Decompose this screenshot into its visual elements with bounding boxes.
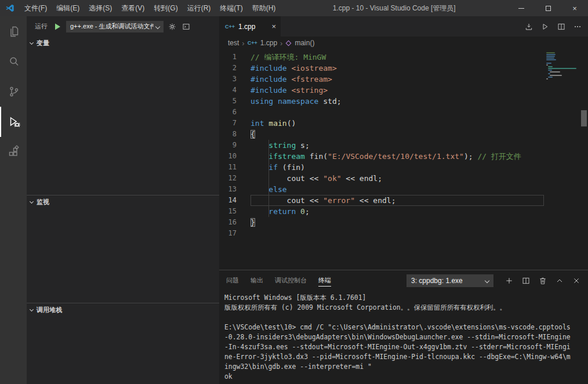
tab-debug-console[interactable]: 调试控制台 — [275, 276, 307, 285]
activity-run-and-debug[interactable] — [0, 107, 27, 137]
code-line-5[interactable]: 5using namespace std; — [219, 96, 588, 107]
chevron-down-icon — [30, 307, 34, 311]
code-line-17[interactable]: 17 — [219, 228, 588, 239]
minimap[interactable] — [546, 52, 580, 81]
close-button[interactable]: × — [561, 0, 588, 16]
run-file-button[interactable] — [540, 22, 550, 31]
menu-view[interactable]: 查看(V) — [117, 0, 149, 16]
tab-terminal[interactable]: 终端 — [318, 276, 331, 285]
line-number: 13 — [219, 184, 237, 195]
split-terminal-button[interactable] — [521, 276, 531, 285]
tab-output[interactable]: 输出 — [251, 276, 263, 285]
more-actions-button[interactable] — [573, 22, 582, 31]
breadcrumb-file[interactable]: 1.cpp — [260, 39, 277, 47]
debug-config-dropdown[interactable]: g++.exe - 生成和调试活动文件 — [66, 21, 164, 32]
open-debug-console-button[interactable] — [181, 21, 191, 32]
breadcrumb-folder[interactable]: test — [228, 39, 239, 47]
run-icon — [540, 22, 550, 31]
maximize-panel-icon — [555, 276, 564, 285]
tab-1cpp[interactable]: C++ 1.cpp × — [219, 16, 281, 37]
code-content: #include <fstream> — [251, 74, 544, 85]
terminal-instance-value: 3: cppdbg: 1.exe — [411, 277, 463, 285]
code-line-2[interactable]: 2#include <iostream> — [219, 63, 588, 74]
new-terminal-button[interactable] — [504, 276, 514, 285]
activity-search[interactable] — [0, 46, 27, 77]
breadcrumb: test › C++ 1.cpp › main() — [219, 37, 588, 49]
code-editor[interactable]: 1// 编译环境: MinGW2#include <iostream>3#inc… — [219, 49, 588, 270]
vscode-logo-icon — [0, 0, 20, 16]
section-call-stack: 调用堆栈 — [27, 303, 219, 384]
code-content: #include <iostream> — [251, 63, 544, 74]
line-number: 1 — [219, 52, 237, 63]
menu-selection[interactable]: 选择(S) — [84, 0, 117, 16]
terminal-instance-dropdown[interactable]: 3: cppdbg: 1.exe — [406, 274, 493, 287]
code-content: if (fin) — [251, 162, 544, 173]
menu-help[interactable]: 帮助(H) — [248, 0, 281, 16]
menu-goto[interactable]: 转到(G) — [149, 0, 182, 16]
terminal-line: -In-4szuf3sa.ees --stdout=Microsoft-MIEn… — [224, 342, 583, 352]
activity-explorer[interactable] — [0, 16, 27, 46]
code-line-6[interactable]: 6 — [219, 107, 588, 118]
line-number: 12 — [219, 173, 237, 184]
editor-scrollbar[interactable] — [580, 49, 588, 270]
line-number: 8 — [219, 129, 237, 140]
code-line-4[interactable]: 4#include <string> — [219, 85, 588, 96]
download-button[interactable] — [524, 22, 533, 31]
panel-header: 问题 输出 调试控制台 终端 3: cppdbg: 1.exe — [219, 270, 588, 291]
menu-terminal[interactable]: 终端(T) — [215, 0, 247, 16]
line-number: 17 — [219, 228, 237, 239]
line-number: 2 — [219, 63, 237, 74]
kill-terminal-button[interactable] — [538, 276, 547, 285]
terminal-line: ok — [224, 372, 583, 382]
activity-source-control[interactable] — [0, 77, 27, 107]
code-line-16[interactable]: 16} — [219, 217, 588, 228]
code-line-9[interactable]: 9 string s; — [219, 140, 588, 151]
section-watch: 监视 — [27, 195, 219, 303]
code-line-8[interactable]: 8{ — [219, 129, 588, 140]
configure-launch-button[interactable] — [167, 21, 177, 32]
watch-list — [27, 208, 219, 303]
scrollbar-thumb[interactable] — [581, 110, 587, 126]
code-line-12[interactable]: 12 cout << "ok" << endl; — [219, 173, 588, 184]
activity-extensions[interactable] — [0, 137, 27, 167]
watch-section-label: 监视 — [37, 198, 49, 207]
variables-section-header[interactable]: 变量 — [27, 37, 219, 49]
start-debugging-button[interactable] — [52, 21, 63, 32]
title-bar: 文件(F) 编辑(E) 选择(S) 查看(V) 转到(G) 运行(R) 终端(T… — [0, 0, 588, 16]
terminal-output[interactable]: Microsoft Windows [版版本本 6.1.7601]版版权权所所有… — [219, 291, 588, 384]
run-debug-header: 运行 g++.exe - 生成和调试活动文件 — [27, 16, 219, 37]
code-line-15[interactable]: 15 return 0; — [219, 206, 588, 217]
code-content: cout << "error" << endl; — [251, 195, 544, 206]
code-content: ifstream fin("E:/VSCode/test/10/test/1.t… — [251, 151, 544, 162]
code-line-11[interactable]: 11 if (fin) — [219, 162, 588, 173]
code-line-10[interactable]: 10 ifstream fin("E:/VSCode/test/10/test/… — [219, 151, 588, 162]
split-terminal-icon — [521, 276, 531, 285]
menu-file[interactable]: 文件(F) — [20, 0, 52, 16]
code-line-1[interactable]: 1// 编译环境: MinGW — [219, 52, 588, 63]
debug-console-icon — [182, 22, 191, 31]
menu-run[interactable]: 运行(R) — [183, 0, 216, 16]
code-content: // 编译环境: MinGW — [251, 52, 544, 63]
close-tab-icon[interactable]: × — [271, 23, 276, 30]
menu-edit[interactable]: 编辑(E) — [52, 0, 84, 16]
breadcrumb-symbol[interactable]: main() — [295, 39, 314, 47]
code-line-3[interactable]: 3#include <fstream> — [219, 74, 588, 85]
call-stack-section-header[interactable]: 调用堆栈 — [27, 303, 219, 316]
activity-bar — [0, 16, 27, 384]
code-line-14[interactable]: 14 cout << "error" << endl; — [219, 195, 588, 206]
section-variables: 变量 — [27, 37, 219, 195]
maximize-button[interactable] — [535, 0, 561, 16]
code-line-13[interactable]: 13 else — [219, 184, 588, 195]
code-line-7[interactable]: 7int main() — [219, 118, 588, 129]
close-panel-button[interactable] — [572, 276, 581, 285]
split-editor-button[interactable] — [557, 22, 566, 31]
close-icon: × — [572, 4, 577, 13]
minimize-button[interactable] — [508, 0, 535, 16]
maximize-icon — [546, 6, 551, 11]
line-number: 4 — [219, 85, 237, 96]
tab-problems[interactable]: 问题 — [226, 276, 239, 285]
chevron-down-icon — [485, 278, 489, 282]
watch-section-header[interactable]: 监视 — [27, 195, 219, 208]
tab-label: 1.cpp — [238, 23, 255, 31]
maximize-panel-button[interactable] — [555, 276, 564, 285]
